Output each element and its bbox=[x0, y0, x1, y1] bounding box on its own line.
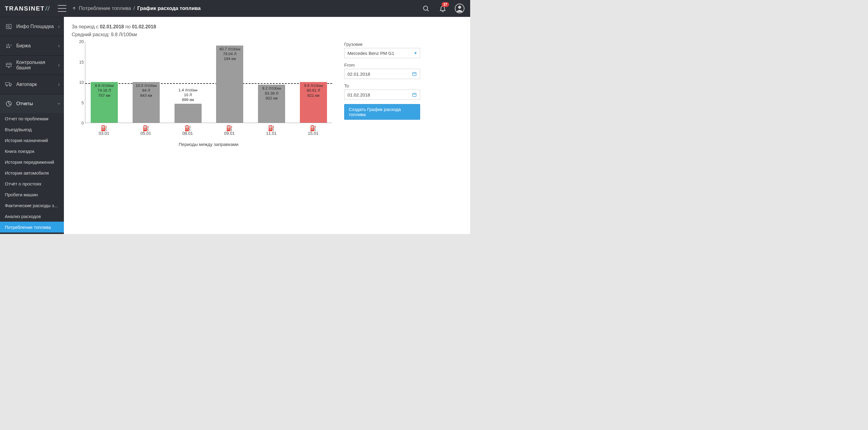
sidebar-item-label: Автопарк bbox=[16, 82, 58, 87]
chart-x-tick: ⛽03.01 bbox=[98, 125, 109, 136]
chart-y-tick: 15 bbox=[72, 60, 84, 64]
svg-rect-13 bbox=[412, 93, 416, 96]
sidebar-subitem[interactable]: События в геозонах bbox=[0, 232, 64, 234]
svg-point-4 bbox=[7, 26, 9, 27]
svg-point-0 bbox=[424, 6, 428, 10]
sidebar-item-info-area[interactable]: Инфо Площадка › bbox=[0, 17, 64, 36]
chart-y-tick: 20 bbox=[72, 39, 84, 44]
truck-label: Грузовик bbox=[344, 41, 420, 47]
svg-point-5 bbox=[7, 47, 8, 48]
chart-bar: 9.8 Л/100км80.61 Л821 км bbox=[300, 82, 327, 123]
svg-rect-7 bbox=[6, 63, 11, 67]
to-date-value: 01.02.2018 bbox=[347, 92, 410, 97]
svg-rect-3 bbox=[6, 24, 11, 29]
chart-y-tick: 10 bbox=[72, 80, 84, 85]
content-area: За период с 02.01.2018 по 01.02.2018 Сре… bbox=[64, 17, 470, 234]
breadcrumb: Потребление топлива / График расхода топ… bbox=[72, 5, 201, 11]
sidebar-item-label: Инфо Площадка bbox=[16, 24, 58, 29]
chart-bar-caption: 10.0 Л/100км84 Л843 км bbox=[133, 82, 160, 98]
chevron-right-icon: › bbox=[58, 43, 60, 49]
sidebar-subitem[interactable]: Отчёт о простоях bbox=[0, 178, 64, 189]
sidebar-subitem[interactable]: Книга поездок bbox=[0, 146, 64, 156]
sidebar-sublist: Отчет по проблемамВъезд/выездИстория наз… bbox=[0, 113, 64, 234]
dropdown-icon: ▾ bbox=[414, 50, 417, 56]
period-from: 02.01.2018 bbox=[100, 24, 124, 29]
chart-x-tick: ⛽08.01 bbox=[182, 125, 193, 136]
fuel-pump-icon: ⛽ bbox=[98, 125, 109, 131]
logo-text: TRANSINET bbox=[5, 5, 44, 12]
to-date-input[interactable]: 01.02.2018 bbox=[344, 90, 420, 100]
breadcrumb-current: График расхода топлива bbox=[137, 5, 201, 11]
chart-bar-caption: 1.4 Л/100км10 Л699 км bbox=[175, 88, 202, 104]
truck-icon bbox=[4, 82, 13, 87]
chart-bar: 9.8 Л/100км74.16 Л757 км bbox=[91, 82, 118, 123]
chevron-down-icon: › bbox=[56, 103, 61, 104]
chart-plot-area: 9.8 Л/100км74.16 Л757 км10.0 Л/100км84 Л… bbox=[85, 41, 332, 123]
fuel-pump-icon: ⛽ bbox=[308, 125, 318, 131]
sidebar-item-reports[interactable]: Отчеты › bbox=[0, 94, 64, 113]
chart-controls: Грузовик Mercedes Benz PM G1 ▾ From 02.0… bbox=[344, 41, 420, 120]
search-button[interactable] bbox=[420, 3, 432, 14]
svg-point-9 bbox=[6, 85, 7, 86]
user-avatar-button[interactable] bbox=[454, 3, 465, 14]
sidebar-subitem[interactable]: Анализ расходов bbox=[0, 211, 64, 222]
topbar: TRANSINET// Потребление топлива / График… bbox=[0, 0, 470, 17]
control-tower-icon bbox=[4, 62, 13, 68]
menu-toggle-button[interactable] bbox=[58, 5, 66, 12]
sidebar-subitem[interactable]: Фактические расходы з... bbox=[0, 200, 64, 211]
sidebar: Инфо Площадка › Биржа › Контрольная башн… bbox=[0, 17, 64, 234]
from-label: From bbox=[344, 62, 420, 67]
sidebar-item-exchange[interactable]: Биржа › bbox=[0, 36, 64, 55]
svg-rect-12 bbox=[412, 73, 416, 76]
chart-x-tick: ⛽15.01 bbox=[308, 125, 318, 136]
logo[interactable]: TRANSINET// bbox=[5, 5, 50, 12]
period-to: 01.02.2018 bbox=[132, 24, 156, 29]
fuel-pump-icon: ⛽ bbox=[141, 125, 151, 131]
breadcrumb-sep: / bbox=[133, 5, 135, 11]
logo-slashes-icon: // bbox=[45, 5, 50, 12]
sidebar-subitem[interactable]: История автомобиля bbox=[0, 167, 64, 178]
exchange-icon bbox=[4, 42, 13, 49]
calendar-icon bbox=[412, 71, 417, 76]
period-line: За период с 02.01.2018 по 01.02.2018 bbox=[72, 24, 462, 30]
chart-bar-caption: 9.2 Л/100км83.39 Л902 км bbox=[258, 85, 285, 101]
sidebar-item-fleet[interactable]: Автопарк › bbox=[0, 75, 64, 94]
notifications-button[interactable]: 37 bbox=[437, 3, 448, 14]
from-date-input[interactable]: 02.01.2018 bbox=[344, 69, 420, 79]
truck-select-value: Mercedes Benz PM G1 bbox=[347, 51, 412, 56]
chart-bar: 9.2 Л/100км83.39 Л902 км bbox=[258, 85, 285, 123]
chart-bar-caption: 9.8 Л/100км74.16 Л757 км bbox=[91, 82, 118, 98]
chart-x-tick: ⛽05.01 bbox=[141, 125, 151, 136]
create-chart-button[interactable]: Создать График расхода топлива bbox=[344, 104, 420, 120]
calendar-icon bbox=[412, 92, 417, 97]
sidebar-subitem[interactable]: История назначений bbox=[0, 135, 64, 146]
sidebar-subitem[interactable]: История передвижений bbox=[0, 156, 64, 167]
chart-bar-caption: 9.8 Л/100км80.61 Л821 км bbox=[300, 82, 327, 98]
chart-bar: 10.0 Л/100км84 Л843 км bbox=[133, 82, 160, 123]
chart-bar-caption: 40.7 Л/100км79.04 Л194 км bbox=[216, 46, 243, 61]
sidebar-subitem[interactable]: Отчет по проблемам bbox=[0, 113, 64, 124]
from-date-value: 02.01.2018 bbox=[347, 71, 410, 77]
fuel-pump-icon: ⛽ bbox=[266, 125, 277, 131]
breadcrumb-parent[interactable]: Потребление топлива bbox=[79, 5, 131, 11]
sidebar-subitem[interactable]: Пробеги машин bbox=[0, 189, 64, 200]
svg-point-2 bbox=[458, 6, 461, 9]
period-mid: по bbox=[124, 24, 132, 29]
svg-point-6 bbox=[9, 47, 10, 48]
chart-y-tick: 5 bbox=[72, 101, 84, 105]
chevron-right-icon: › bbox=[58, 62, 60, 68]
notifications-badge: 37 bbox=[441, 2, 449, 7]
fuel-chart: 9.8 Л/100км74.16 Л757 км10.0 Л/100км84 Л… bbox=[72, 41, 337, 150]
sidebar-subitem[interactable]: Потребление топлива bbox=[0, 222, 64, 232]
to-label: To bbox=[344, 83, 420, 88]
chart-y-tick: 0 bbox=[72, 121, 84, 125]
sidebar-item-control-tower[interactable]: Контрольная башня › bbox=[0, 56, 64, 75]
avg-consumption: Средний расход: 9.8 Л/100км bbox=[72, 32, 462, 37]
chart-x-tick: ⛽09.01 bbox=[224, 125, 235, 136]
sidebar-item-label: Биржа bbox=[16, 43, 58, 49]
truck-select[interactable]: Mercedes Benz PM G1 ▾ bbox=[344, 48, 420, 58]
up-arrow-icon[interactable] bbox=[72, 6, 76, 11]
fuel-pump-icon: ⛽ bbox=[182, 125, 193, 131]
chart-bar: 1.4 Л/100км10 Л699 км bbox=[175, 104, 202, 123]
sidebar-subitem[interactable]: Въезд/выезд bbox=[0, 124, 64, 135]
